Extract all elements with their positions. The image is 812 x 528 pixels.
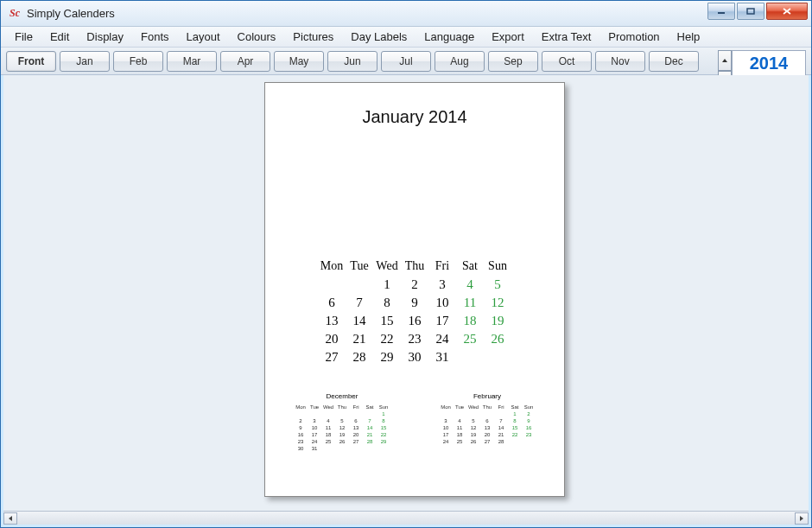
day-cell: 20: [318, 330, 346, 348]
tab-may[interactable]: May: [274, 51, 324, 72]
tab-aug[interactable]: Aug: [435, 51, 485, 72]
day-cell: 20: [349, 431, 363, 438]
day-cell: 29: [373, 348, 401, 366]
day-cell: 23: [294, 438, 308, 445]
day-cell: [363, 410, 377, 417]
tab-apr[interactable]: Apr: [220, 51, 270, 72]
menubar: FileEditDisplayFontsLayoutColoursPicture…: [1, 27, 811, 48]
day-cell: 9: [401, 294, 428, 312]
day-cell: 1: [508, 410, 522, 417]
day-header: Sun: [522, 403, 536, 410]
day-cell: 18: [453, 431, 466, 438]
menu-help[interactable]: Help: [669, 29, 709, 45]
tab-mar[interactable]: Mar: [167, 51, 217, 72]
tab-oct[interactable]: Oct: [542, 51, 592, 72]
day-cell: 12: [466, 424, 480, 431]
menu-pictures[interactable]: Pictures: [284, 29, 342, 45]
tab-dec[interactable]: Dec: [649, 51, 699, 72]
tab-jul[interactable]: Jul: [381, 51, 431, 72]
tab-jan[interactable]: Jan: [60, 51, 110, 72]
prev-month-calendar: December MonTueWedThuFriSatSun1234567891…: [286, 392, 398, 452]
tab-sep[interactable]: Sep: [488, 51, 538, 72]
day-cell: 13: [480, 424, 494, 431]
day-header: Thu: [401, 257, 428, 276]
day-cell: 9: [522, 417, 536, 424]
day-cell: 7: [494, 417, 508, 424]
day-cell: 5: [484, 276, 511, 294]
close-button[interactable]: [766, 3, 808, 20]
svg-marker-4: [722, 59, 727, 62]
minimize-button[interactable]: [707, 3, 735, 20]
day-cell: 13: [349, 424, 363, 431]
day-cell: 28: [494, 438, 508, 445]
minimize-icon: [717, 8, 726, 15]
day-cell: 22: [377, 431, 390, 438]
day-cell: 29: [377, 438, 390, 445]
scroll-right-button[interactable]: [795, 512, 809, 525]
maximize-button[interactable]: [737, 3, 764, 20]
maximize-icon: [746, 8, 755, 15]
day-cell: 9: [294, 424, 308, 431]
day-header: Mon: [294, 403, 308, 410]
day-cell: 31: [428, 348, 456, 366]
svg-marker-6: [9, 516, 12, 521]
day-cell: 26: [484, 330, 511, 348]
day-cell: 27: [318, 348, 346, 366]
tab-feb[interactable]: Feb: [113, 51, 163, 72]
day-header: Tue: [346, 257, 373, 276]
day-cell: 12: [484, 294, 511, 312]
day-cell: 1: [373, 276, 401, 294]
day-header: Tue: [308, 403, 321, 410]
day-cell: [453, 410, 466, 417]
day-cell: 25: [453, 438, 466, 445]
day-cell: 3: [428, 276, 456, 294]
day-header: Mon: [318, 257, 346, 276]
menu-layout[interactable]: Layout: [178, 29, 229, 45]
next-month-calendar: February MonTueWedThuFriSatSun1234567891…: [431, 392, 543, 452]
day-cell: [480, 410, 494, 417]
menu-fonts[interactable]: Fonts: [132, 29, 178, 45]
tab-nov[interactable]: Nov: [595, 51, 645, 72]
day-cell: 31: [308, 445, 321, 452]
menu-display[interactable]: Display: [78, 29, 132, 45]
year-up-button[interactable]: [718, 50, 732, 71]
day-cell: 4: [453, 417, 466, 424]
month-tabs: FrontJanFebMarAprMayJunJulAugSepOctNovDe…: [6, 51, 699, 72]
day-cell: 14: [363, 424, 377, 431]
day-cell: [318, 276, 346, 294]
menu-language[interactable]: Language: [416, 29, 483, 45]
calendar-page: January 2014 MonTueWedThuFriSatSun123456…: [264, 82, 565, 497]
menu-extra-text[interactable]: Extra Text: [533, 29, 600, 45]
day-cell: [466, 410, 480, 417]
day-cell: 6: [349, 417, 363, 424]
day-cell: [335, 445, 349, 452]
day-cell: 16: [294, 431, 308, 438]
day-cell: 28: [346, 348, 373, 366]
day-cell: 5: [466, 417, 480, 424]
menu-export[interactable]: Export: [483, 29, 533, 45]
day-cell: 27: [349, 438, 363, 445]
scroll-left-button[interactable]: [3, 512, 17, 525]
day-cell: 7: [346, 294, 373, 312]
day-cell: 10: [439, 424, 453, 431]
menu-edit[interactable]: Edit: [41, 29, 78, 45]
menu-colours[interactable]: Colours: [229, 29, 285, 45]
horizontal-scrollbar[interactable]: [3, 511, 809, 525]
tab-jun[interactable]: Jun: [327, 51, 377, 72]
day-cell: [349, 410, 363, 417]
page-title: January 2014: [277, 107, 552, 127]
day-cell: [335, 410, 349, 417]
day-cell: 18: [321, 431, 335, 438]
menu-promotion[interactable]: Promotion: [599, 29, 668, 45]
day-cell: 24: [439, 438, 453, 445]
mini-calendar-row: December MonTueWedThuFriSatSun1234567891…: [277, 392, 552, 452]
day-cell: 8: [508, 417, 522, 424]
day-cell: 15: [373, 312, 401, 330]
tab-front[interactable]: Front: [6, 51, 56, 72]
menu-file[interactable]: File: [6, 29, 41, 45]
menu-day-labels[interactable]: Day Labels: [342, 29, 416, 45]
day-cell: 2: [294, 417, 308, 424]
year-value[interactable]: 2014: [733, 51, 805, 75]
day-cell: 6: [480, 417, 494, 424]
day-cell: [508, 438, 522, 445]
